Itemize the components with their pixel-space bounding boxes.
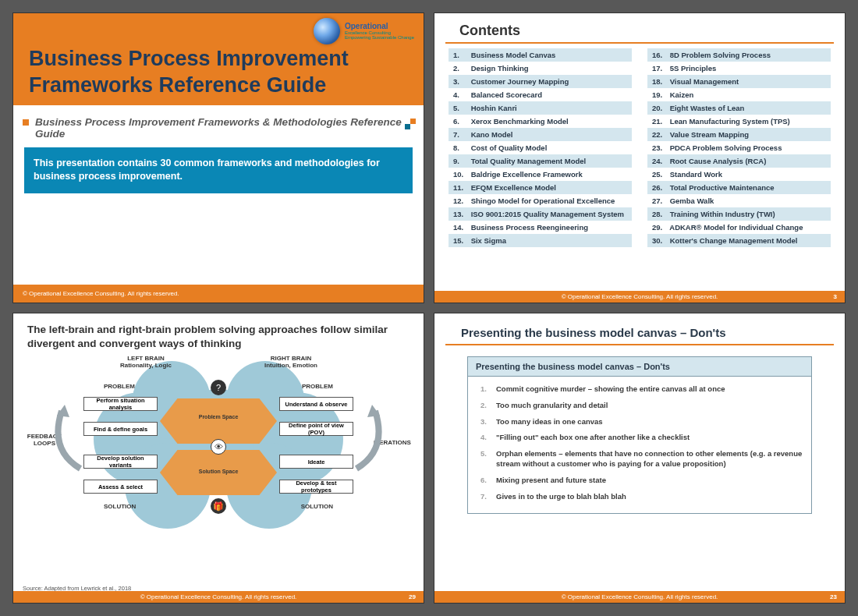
contents-row: 26. Total Productive Maintenance [647,181,831,194]
contents-row: 29. ADKAR® Model for Individual Change [647,221,831,234]
slide-contents: Contents 1. Business Model Canvas2. Desi… [434,12,846,303]
right-box-4: Develop & test prototypes [279,480,353,494]
left-box-4: Assess & select [83,480,158,494]
donts-box: Presenting the business model canvas – D… [467,356,812,514]
main-title: Business Process Improvement Frameworks … [29,46,408,99]
donts-item: 3.Too many ideas in one canvas [476,414,803,430]
problem-space-shape [160,398,277,444]
slide-grid: Operational Excellence Consulting Empowe… [0,0,858,616]
brain-figure: ? 👁 🎁 Perform situation analysis Find & … [13,355,424,538]
slide-footer: © Operational Excellence Consulting. All… [13,591,424,603]
contents-row: 11. EFQM Excellence Model [448,181,632,194]
contents-row: 15. Six Sigma [448,234,632,247]
right-box-1: Understand & observe [279,397,353,411]
diagram-heading: The left-brain and right-brain problem s… [13,313,424,355]
right-box-2: Define point of view (POV) [279,422,353,436]
donts-heading: Presenting the business model canvas – D… [445,313,834,345]
contents-row: 17. 5S Principles [647,62,831,75]
slide-footer: © Operational Excellence Consulting. All… [13,285,424,303]
eye-icon: 👁 [211,439,226,455]
slide-footer: © Operational Excellence Consulting. All… [434,291,845,303]
contents-columns: 1. Business Model Canvas2. Design Thinki… [434,48,845,247]
contents-row: 22. Value Stream Mapping [647,128,831,141]
right-brain-label: RIGHT BRAINIntuition, Emotion [252,355,330,369]
contents-heading: Contents [445,13,834,44]
brand-logo: Operational Excellence Consulting Empowe… [314,18,414,44]
contents-row: 6. Xerox Benchmarking Model [448,115,632,128]
slide-title: Operational Excellence Consulting Empowe… [12,12,424,303]
solution-right-label: SOLUTION [301,503,333,510]
contents-row: 13. ISO 9001:2015 Quality Management Sys… [448,207,632,221]
donts-item: 5.Orphan elements – elements that have n… [476,446,803,473]
globe-icon [314,18,340,44]
contents-row: 19. Kaizen [647,88,831,101]
left-box-2: Find & define goals [83,422,158,436]
contents-row: 3. Customer Journey Mapping [448,75,632,88]
problem-left-label: PROBLEM [104,383,135,390]
title-banner: Operational Excellence Consulting Empowe… [13,13,424,105]
problem-space-label: Problem Space [199,414,239,420]
subtitle: Business Process Improvement Frameworks … [35,116,402,140]
question-icon: ? [211,380,226,395]
contents-row: 20. Eight Wastes of Lean [647,101,831,115]
subtitle-row: Business Process Improvement Frameworks … [13,105,424,147]
contents-row: 25. Standard Work [647,168,831,181]
copyright: © Operational Excellence Consulting. All… [140,593,297,600]
donts-item: 2.Too much granularity and detail [476,398,803,414]
page-number: 3 [834,293,837,300]
contents-row: 5. Hoshin Kanri [448,101,632,115]
copyright: © Operational Excellence Consulting. All… [562,593,718,600]
iterations-arrow-icon [349,403,391,473]
slide-brain-diagram: The left-brain and right-brain problem s… [12,313,424,604]
contents-row: 23. PDCA Problem Solving Process [647,141,831,154]
contents-row: 24. Root Cause Analysis (RCA) [647,154,831,168]
left-box-1: Perform situation analysis [83,397,158,411]
contents-row: 27. Gemba Walk [647,194,831,207]
page-number: 29 [409,593,416,600]
donts-item: 1.Commit cognitive murder – showing the … [476,381,803,398]
right-box-3: Ideate [279,455,353,469]
contents-col-left: 1. Business Model Canvas2. Design Thinki… [448,48,632,247]
contents-row: 30. Kotter's Change Management Model [647,234,831,247]
brand-tag: Empowering Sustainable Change [345,35,414,40]
contents-row: 4. Balanced Scorecard [448,88,632,101]
copyright: © Operational Excellence Consulting. All… [562,293,718,300]
contents-row: 2. Design Thinking [448,62,632,75]
slide-donts: Presenting the business model canvas – D… [434,313,846,604]
contents-row: 8. Cost of Quality Model [448,141,632,154]
slide-footer: © Operational Excellence Consulting. All… [434,591,845,603]
donts-item: 4."Filling out" each box one after anoth… [476,430,803,446]
contents-row: 18. Visual Management [647,75,831,88]
page-number: 23 [830,593,837,600]
left-box-3: Develop solution variants [83,455,158,469]
donts-list: 1.Commit cognitive murder – showing the … [468,377,811,513]
donts-item: 7.Gives in to the urge to blah blah blah [476,489,803,505]
contents-row: 12. Shingo Model for Operational Excelle… [448,194,632,207]
gift-icon: 🎁 [211,498,226,514]
decor-squares-icon [405,122,416,133]
contents-row: 21. Lean Manufacturing System (TPS) [647,115,831,128]
blurb-box: This presentation contains 30 common fra… [24,147,413,193]
contents-row: 28. Training Within Industry (TWI) [647,207,831,221]
solution-left-label: SOLUTION [104,503,136,510]
brand-name: Operational [345,22,388,30]
contents-row: 16. 8D Problem Solving Process [647,48,831,62]
contents-row: 14. Business Process Reengineering [448,221,632,234]
contents-row: 10. Baldrige Excellence Framework [448,168,632,181]
problem-right-label: PROBLEM [302,383,333,390]
donts-box-heading: Presenting the business model canvas – D… [468,357,811,377]
contents-col-right: 16. 8D Problem Solving Process17. 5S Pri… [647,48,831,247]
contents-row: 1. Business Model Canvas [448,48,632,62]
left-brain-label: LEFT BRAINRationality, Logic [107,355,185,369]
feedback-arrow-icon [46,403,88,473]
brand-text: Operational Excellence Consulting Empowe… [345,23,414,40]
solution-space-label: Solution Space [199,469,239,474]
donts-item: 6.Mixing present and future state [476,473,803,489]
contents-row: 7. Kano Model [448,128,632,141]
contents-row: 9. Total Quality Management Model [448,154,632,168]
